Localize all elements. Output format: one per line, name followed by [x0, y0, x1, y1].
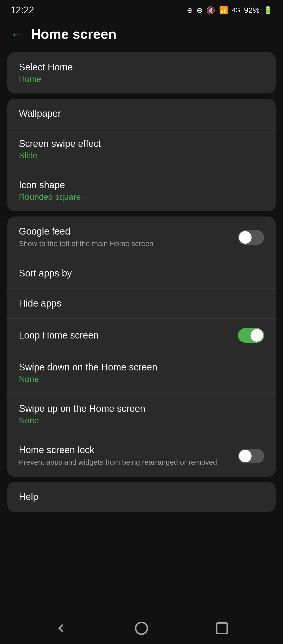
status-bar: 12:22 ⊕ ⊖ 🔇 📶 4G 92% 🔋: [0, 0, 283, 18]
mute-icon: 🔇: [206, 6, 215, 15]
home-nav-icon: [134, 621, 149, 635]
screen-swipe-text: Screen swipe effect Slide: [19, 138, 264, 160]
swipe-down-value: None: [19, 374, 264, 384]
header: ← Home screen: [0, 18, 283, 50]
status-icons: ⊕ ⊖ 🔇 📶 4G 92% 🔋: [187, 6, 273, 15]
wallpaper-text: Wallpaper: [19, 108, 264, 119]
swipe-up-item[interactable]: Swipe up on the Home screen None: [7, 394, 276, 435]
home-screen-lock-subtitle: Prevent apps and widgets from being rear…: [19, 457, 223, 467]
google-feed-text: Google feed Show to the left of the main…: [19, 226, 238, 249]
select-home-item[interactable]: Select Home Home: [7, 52, 276, 93]
page-title: Home screen: [31, 26, 117, 42]
home-screen-lock-toggle-knob: [239, 450, 252, 462]
screen-swipe-value: Slide: [19, 151, 264, 160]
svg-rect-1: [216, 623, 227, 634]
add-icon: ⊕: [187, 6, 193, 15]
battery-icon: 🔋: [263, 6, 273, 15]
home-nav-button[interactable]: [134, 621, 149, 635]
appearance-card: Wallpaper Screen swipe effect Slide Icon…: [7, 99, 276, 211]
google-feed-label: Google feed: [19, 226, 238, 237]
bottom-nav: [0, 613, 283, 644]
swipe-up-label: Swipe up on the Home screen: [19, 403, 264, 414]
screen-swipe-label: Screen swipe effect: [19, 138, 264, 149]
recents-nav-button[interactable]: [215, 621, 229, 635]
wallpaper-item[interactable]: Wallpaper: [7, 99, 276, 129]
help-label: Help: [19, 491, 264, 502]
icon-shape-text: Icon shape Rounded square: [19, 180, 264, 202]
recents-nav-icon: [215, 621, 229, 635]
back-nav-icon: [54, 621, 68, 635]
wallpaper-label: Wallpaper: [19, 108, 264, 119]
loop-home-toggle[interactable]: [238, 328, 264, 343]
battery-indicator: 92%: [244, 6, 260, 15]
icon-shape-label: Icon shape: [19, 180, 264, 191]
swipe-down-item[interactable]: Swipe down on the Home screen None: [7, 352, 276, 394]
sort-apps-item[interactable]: Sort apps by: [7, 258, 276, 288]
loop-home-label: Loop Home screen: [19, 330, 238, 341]
hide-apps-label: Hide apps: [19, 298, 264, 309]
help-item[interactable]: Help: [7, 482, 276, 512]
select-home-label: Select Home: [19, 62, 264, 73]
google-feed-toggle[interactable]: [238, 230, 264, 245]
home-screen-lock-label: Home screen lock: [19, 445, 238, 456]
loop-home-toggle-knob: [251, 329, 263, 342]
google-feed-toggle-knob: [239, 231, 252, 244]
hide-apps-text: Hide apps: [19, 298, 264, 309]
main-content: Select Home Home Wallpaper Screen swipe …: [0, 50, 283, 613]
home-screen-lock-text: Home screen lock Prevent apps and widget…: [19, 445, 238, 467]
svg-point-0: [135, 623, 147, 634]
swipe-up-text: Swipe up on the Home screen None: [19, 403, 264, 425]
sort-apps-label: Sort apps by: [19, 268, 264, 279]
loop-home-text: Loop Home screen: [19, 330, 238, 341]
home-screen-lock-item[interactable]: Home screen lock Prevent apps and widget…: [7, 435, 276, 477]
options-card: Google feed Show to the left of the main…: [7, 216, 276, 477]
icon-shape-value: Rounded square: [19, 192, 264, 202]
screen-swipe-item[interactable]: Screen swipe effect Slide: [7, 129, 276, 170]
help-text: Help: [19, 491, 264, 502]
sort-apps-text: Sort apps by: [19, 268, 264, 279]
home-screen-lock-toggle[interactable]: [238, 449, 264, 463]
minus-circle-icon: ⊖: [197, 6, 203, 15]
wifi-icon: 📶: [219, 6, 228, 15]
signal-icon: 4G: [232, 7, 240, 14]
swipe-down-text: Swipe down on the Home screen None: [19, 362, 264, 384]
select-home-text: Select Home Home: [19, 62, 264, 84]
help-card: Help: [7, 482, 276, 512]
back-button[interactable]: ←: [10, 27, 23, 41]
icon-shape-item[interactable]: Icon shape Rounded square: [7, 170, 276, 211]
select-home-value: Home: [19, 74, 264, 84]
status-time: 12:22: [10, 5, 34, 16]
swipe-down-label: Swipe down on the Home screen: [19, 362, 264, 373]
loop-home-item[interactable]: Loop Home screen: [7, 319, 276, 352]
hide-apps-item[interactable]: Hide apps: [7, 288, 276, 319]
select-home-card: Select Home Home: [7, 52, 276, 93]
swipe-up-value: None: [19, 416, 264, 425]
google-feed-item[interactable]: Google feed Show to the left of the main…: [7, 216, 276, 258]
back-nav-button[interactable]: [54, 621, 68, 635]
google-feed-subtitle: Show to the left of the main Home screen: [19, 238, 223, 249]
